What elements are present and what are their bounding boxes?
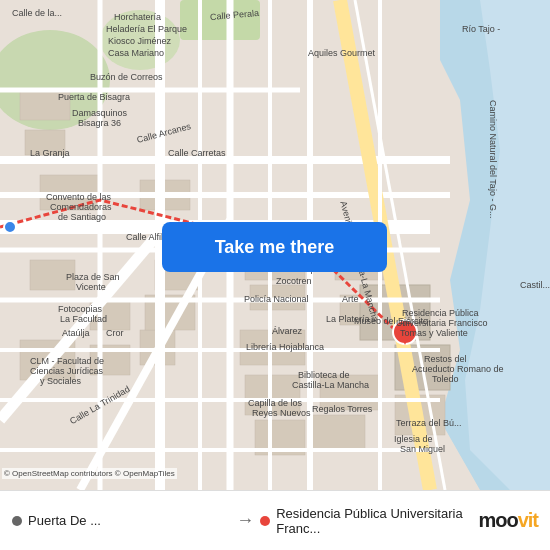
to-dot-icon: [260, 516, 270, 526]
moovit-logo: moovit: [478, 509, 538, 532]
map-container: Calle de la... Horchatería Heladería El …: [0, 0, 550, 490]
svg-rect-5: [180, 0, 260, 40]
route-arrow-icon: →: [236, 510, 254, 531]
svg-point-51: [4, 221, 16, 233]
to-label: Residencia Pública Universitaria Franc..…: [276, 506, 478, 536]
svg-rect-20: [245, 375, 300, 415]
svg-rect-27: [320, 375, 380, 410]
to-section: Residencia Pública Universitaria Franc..…: [260, 506, 478, 536]
svg-rect-9: [30, 260, 75, 290]
svg-rect-19: [240, 330, 305, 365]
svg-rect-28: [310, 415, 365, 450]
from-dot-icon: [12, 516, 22, 526]
from-label: Puerta De ...: [28, 513, 101, 528]
from-section: Puerta De ...: [12, 513, 230, 528]
svg-rect-6: [20, 90, 70, 120]
svg-point-4: [100, 10, 180, 70]
moovit-logo-text: moovit: [478, 509, 538, 532]
svg-rect-7: [25, 130, 65, 155]
take-me-there-button[interactable]: Take me there: [162, 222, 387, 272]
bottom-bar: Puerta De ... → Residencia Pública Unive…: [0, 490, 550, 550]
